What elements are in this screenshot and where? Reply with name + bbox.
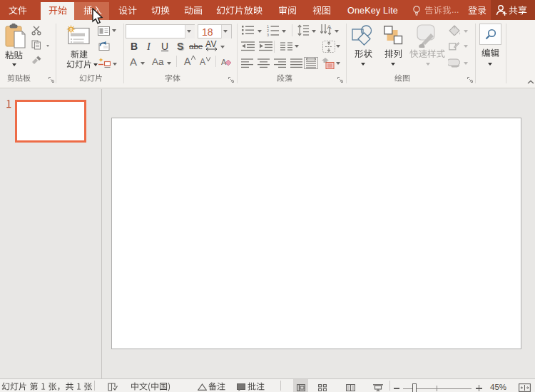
svg-text:A: A [327, 24, 332, 31]
svg-text:3: 3 [267, 33, 269, 37]
